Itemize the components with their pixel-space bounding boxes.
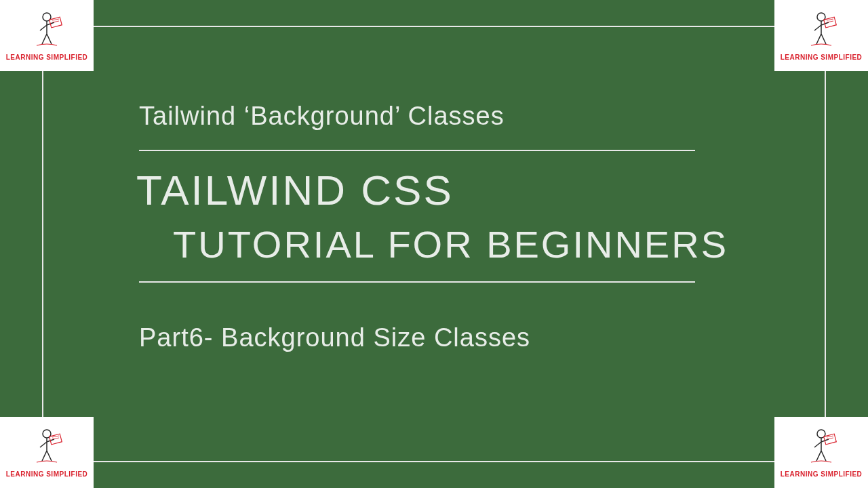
brand-figure-icon [804,10,838,51]
slide-content: Tailwind ‘Background’ Classes TAILWIND C… [139,102,807,352]
svg-rect-1 [50,17,62,28]
brand-logo-top-left: LEARNING SIMPLIFIED [0,0,94,71]
brand-figure-icon [804,427,838,468]
svg-line-15 [827,438,833,439]
brand-logo-top-right: LEARNING SIMPLIFIED [774,0,868,71]
divider-top [139,150,695,151]
brand-name: LEARNING SIMPLIFIED [6,54,88,61]
brand-name: LEARNING SIMPLIFIED [781,470,863,478]
brand-logo-bottom-right: LEARNING SIMPLIFIED [774,417,868,488]
slide-title-line1: TAILWIND CSS [136,166,807,214]
brand-name: LEARNING SIMPLIFIED [6,470,88,478]
slide-subtitle: Part6- Background Size Classes [139,323,807,352]
brand-figure-icon [30,427,64,468]
svg-line-11 [52,438,59,439]
brand-name: LEARNING SIMPLIFIED [781,54,863,61]
divider-bottom [139,281,695,283]
svg-line-3 [52,21,59,22]
slide-overline: Tailwind ‘Background’ Classes [139,102,807,131]
svg-rect-9 [50,434,62,445]
brand-logo-bottom-left: LEARNING SIMPLIFIED [0,417,94,488]
slide-title-line2: TUTORIAL FOR BEGINNERS [173,222,807,266]
brand-figure-icon [30,10,64,51]
svg-rect-5 [824,17,837,28]
svg-rect-13 [824,434,837,445]
svg-line-7 [827,21,833,22]
